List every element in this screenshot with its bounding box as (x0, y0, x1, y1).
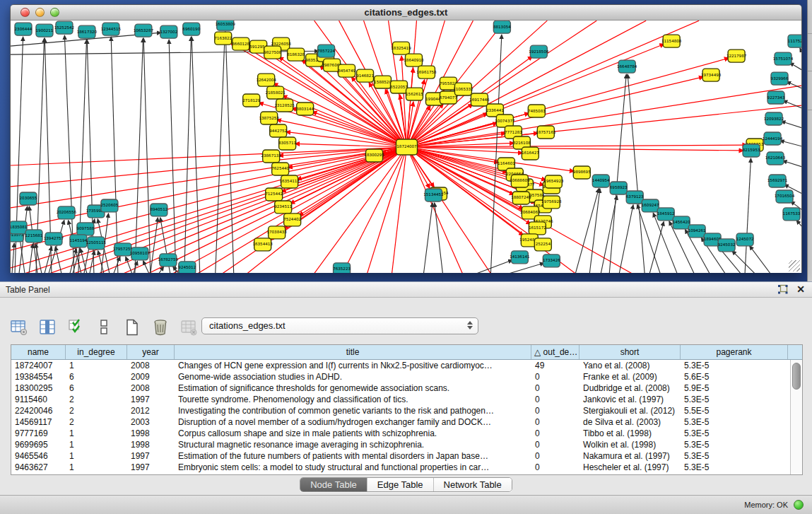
graph-node-teal[interactable]: 8940512 (150, 204, 167, 216)
scrollbar-thumb[interactable] (792, 363, 801, 390)
column-header-year[interactable]: year (127, 345, 175, 359)
graph-node-yellow[interactable]: 7163822 (214, 32, 232, 45)
graph-node-teal[interactable]: 1327002 (160, 25, 177, 38)
graph-node-teal[interactable]: 7635223 (333, 263, 351, 273)
table-header-row[interactable]: namein_degreeyeartitle△ out_de…shortpage… (11, 345, 802, 360)
graph-node-teal[interactable]: 6958923 (610, 182, 628, 194)
graph-node-yellow[interactable]: 17038433 (266, 226, 287, 239)
graph-node-teal[interactable]: 6379123 (626, 191, 644, 204)
graph-node-yellow[interactable]: 16354113 (279, 175, 300, 188)
column-header-name[interactable]: name (11, 345, 66, 359)
column-selector-icon[interactable] (95, 318, 113, 337)
graph-node-teal[interactable]: 1094261 (688, 225, 706, 238)
graph-node-yellow[interactable]: 8305711 (278, 137, 296, 150)
tab-edge-table[interactable]: Edge Table (367, 478, 434, 491)
graph-node-teal[interactable]: 6960190 (182, 23, 200, 35)
graph-node-yellow[interactable]: 1588520 (374, 76, 392, 88)
graph-node-teal[interactable]: 2030655 (20, 192, 37, 205)
graph-node-yellow[interactable]: 1562615 (406, 88, 423, 100)
graph-node-yellow[interactable]: 8660128 (232, 37, 249, 50)
graph-node-teal[interactable]: 1900211 (36, 24, 54, 37)
graph-node-teal[interactable]: 12444194 (763, 132, 783, 145)
graph-node-teal[interactable]: 12093822 (764, 112, 784, 125)
graph-node-yellow[interactable]: 10688609 (510, 175, 530, 187)
graph-node-yellow[interactable]: 2718129 (242, 94, 260, 107)
graph-node-teal[interactable]: 2520605 (100, 199, 118, 212)
graph-node-yellow[interactable]: 19654923 (543, 175, 564, 188)
graph-node-teal[interactable]: 15751074 (773, 52, 794, 65)
graph-node-yellow[interactable]: 18300295 (364, 149, 384, 162)
graph-node-yellow[interactable]: 9898695 (573, 166, 591, 179)
table-body[interactable]: 1872400712008Changes of HCN gene express… (11, 360, 802, 473)
graph-node-yellow[interactable]: 11065332 (453, 83, 473, 95)
graph-node-yellow[interactable]: 9442752 (269, 124, 287, 137)
graph-node-yellow[interactable]: 21858021 (265, 86, 286, 99)
graph-node-yellow[interactable]: 16917446 (469, 93, 490, 106)
graph-node-teal[interactable]: 12505115 (86, 237, 107, 250)
graph-node-yellow[interactable]: 7125442 (265, 188, 283, 201)
float-window-icon[interactable] (777, 284, 788, 295)
graph-node-yellow[interactable]: 252254 (534, 238, 551, 251)
close-icon[interactable]: ✕ (796, 284, 805, 295)
graph-node-yellow[interactable]: 18640910 (404, 54, 424, 66)
graph-node-teal[interactable]: 1145194 (69, 235, 87, 247)
tab-network-table[interactable]: Network Table (434, 478, 512, 491)
graph-node-teal[interactable]: 14136141 (510, 251, 530, 264)
graph-node-yellow[interactable]: 18807249 (511, 192, 531, 204)
table-column-icon[interactable] (38, 318, 57, 337)
graph-node-yellow[interactable]: 3803144 (296, 103, 314, 115)
graph-node-teal[interactable]: 10958107 (130, 247, 151, 260)
graph-node-teal[interactable]: 1440954 (592, 175, 610, 187)
graph-node-teal[interactable]: 1835081 (11, 221, 28, 234)
graph-node-yellow[interactable]: 7485083 (528, 105, 546, 117)
graph-node-yellow[interactable]: 7625440 (271, 163, 289, 175)
table-row[interactable]: 1872400712008Changes of HCN gene express… (11, 360, 802, 371)
tab-node-table[interactable]: Node Table (300, 478, 367, 491)
graph-node-teal[interactable]: 9245012 (178, 262, 196, 273)
graph-node-yellow[interactable]: 16354413 (252, 238, 273, 251)
graph-node-teal[interactable]: 18617320 (77, 25, 98, 38)
column-header-short[interactable]: short (579, 345, 681, 359)
table-settings-icon[interactable] (10, 318, 28, 337)
graph-node-teal[interactable]: 1456420 (673, 216, 690, 229)
network-window-titlebar[interactable]: citations_edges.txt (11, 5, 801, 21)
graph-node-yellow[interactable]: 1615172 (529, 222, 546, 235)
graph-node-yellow[interactable]: 12642004 (256, 74, 276, 86)
graph-node-teal[interactable]: 17016504 (775, 190, 795, 203)
graph-node-yellow[interactable]: 8186328 (287, 48, 305, 61)
graph-node-yellow[interactable]: 11154808 (661, 35, 682, 47)
graph-node-teal[interactable]: 19218506 (529, 45, 549, 58)
graph-node-teal[interactable]: 15692971 (767, 175, 788, 187)
table-row[interactable]: 911546021997Tourette syndrome. Phenomeno… (11, 394, 802, 405)
graph-node-teal[interactable]: 9097588 (76, 223, 94, 235)
graph-node-teal[interactable]: 8215953 (743, 144, 760, 157)
graph-node-yellow[interactable]: 9146821 (356, 69, 374, 82)
table-row[interactable]: 946362711997Embryonic stem cells: a mode… (11, 462, 802, 473)
table-select-dropdown[interactable]: citations_edges.txt (201, 317, 478, 334)
citation-graph[interactable]: 1872400771638228660128591295423226058982… (11, 21, 801, 273)
graph-node-teal[interactable]: 13942757 (44, 233, 64, 245)
window-resize-grip[interactable] (789, 260, 800, 271)
network-window[interactable]: citations_edges.txt 18724007716382286601… (10, 4, 802, 273)
graph-node-teal[interactable]: 7857224 (317, 45, 335, 57)
graph-node-teal[interactable]: 15134451 (423, 189, 444, 201)
graph-node-yellow[interactable]: 18724007 (396, 139, 418, 155)
graph-node-yellow[interactable]: 19734493 (701, 69, 722, 81)
graph-node-teal[interactable]: 15252542 (54, 21, 74, 34)
graph-node-teal[interactable]: 16782759 (158, 254, 179, 267)
table-panel-header[interactable]: Table Panel ✕ (0, 282, 812, 298)
graph-node-yellow[interactable]: 8454749 (338, 64, 355, 77)
graph-node-teal[interactable]: 1845912 (657, 208, 675, 221)
graph-node-yellow[interactable]: 12217987 (726, 49, 747, 62)
table-row[interactable]: 1938455462009Genome-wide association stu… (11, 371, 802, 382)
graph-node-teal[interactable]: 8813054 (493, 21, 511, 33)
graph-node-teal[interactable]: 20206556 (57, 206, 77, 219)
table-row[interactable]: 977716911998Corpus callosum shape and si… (11, 428, 802, 439)
graph-node-yellow[interactable]: 19756928 (541, 196, 562, 209)
graph-node-teal[interactable]: 1215681 (25, 230, 43, 243)
graph-node-yellow[interactable]: 9234511 (274, 201, 292, 214)
delete-icon[interactable] (151, 318, 170, 337)
graph-node-teal[interactable]: 9245032 (718, 239, 736, 252)
graph-node-teal[interactable]: 12344515 (101, 23, 122, 35)
graph-node-teal[interactable]: 1167533 (783, 208, 801, 221)
